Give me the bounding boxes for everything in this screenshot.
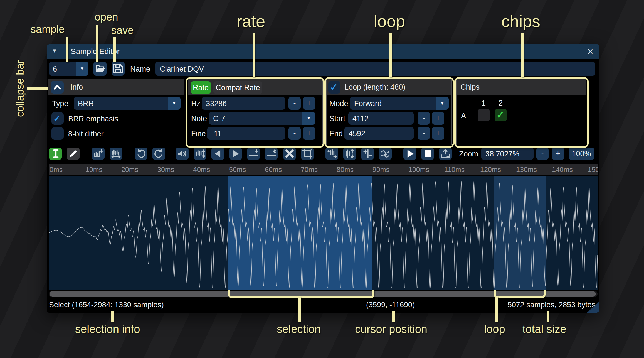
toolbar-apply-silence-button[interactable] xyxy=(265,148,278,160)
toolbar-preview-stop-button[interactable] xyxy=(421,148,434,160)
loop-enable-checkbox[interactable] xyxy=(328,81,340,94)
loop-start-value: 4112 xyxy=(352,114,369,123)
loop-start-input[interactable]: 4112 xyxy=(348,112,414,125)
loop-end-value: 4592 xyxy=(349,129,365,138)
loop-start-increase-button[interactable]: + xyxy=(432,112,444,125)
status-selection-info: Select (1654-2984: 1330 samples) xyxy=(49,301,164,309)
zoom-value-input[interactable]: 38.7027% xyxy=(481,148,534,160)
note-dropdown[interactable]: C-7 ▼ xyxy=(209,112,315,125)
loop-header-label: Loop (length: 480) xyxy=(344,83,405,92)
annotation-line-loop-bottom xyxy=(495,296,498,322)
sample-editor-window: ▼ Sample Editor × 6 ▼ Name Clarinet DQV xyxy=(47,44,599,313)
waveform-canvas[interactable] xyxy=(49,176,598,290)
loop-end-decrease-button[interactable]: - xyxy=(418,127,430,140)
toolbar-resample-button[interactable] xyxy=(110,148,122,160)
toolbar-undo-button[interactable] xyxy=(135,148,147,160)
type-label: Type xyxy=(52,99,68,108)
sample-select-dropdown[interactable]: 6 ▼ xyxy=(49,62,88,76)
annotation-line-loop xyxy=(389,33,392,77)
hz-increase-button[interactable]: + xyxy=(303,97,315,110)
info-panel: Info Type BRR ▼ BRR emphasis 8-bit dithe… xyxy=(48,79,184,145)
loop-mode-value: Forward xyxy=(354,99,382,108)
chevron-up-icon xyxy=(51,81,64,94)
create-wavetable-icon xyxy=(440,148,451,159)
save-sample-button[interactable] xyxy=(112,62,125,76)
ruler-label: 30ms xyxy=(157,166,174,174)
ruler-label: 80ms xyxy=(337,166,354,174)
hz-decrease-button[interactable]: - xyxy=(288,97,301,110)
toolbar-resize-button[interactable] xyxy=(92,148,105,160)
toolbar-invert-button[interactable] xyxy=(343,148,356,160)
ruler-label: 50ms xyxy=(229,166,246,174)
chevron-down-icon[interactable]: ▼ xyxy=(168,97,181,110)
loop-end-increase-button[interactable]: + xyxy=(432,127,444,140)
window-titlebar[interactable]: ▼ Sample Editor × xyxy=(47,44,599,59)
window-collapse-icon[interactable]: ▼ xyxy=(52,48,57,54)
loop-mode-dropdown[interactable]: Forward ▼ xyxy=(350,97,449,110)
annotation-loop: loop xyxy=(374,12,405,31)
ruler-label: 10ms xyxy=(85,166,102,174)
toolbar-preview-play-button[interactable] xyxy=(403,148,416,160)
loop-mode-label: Mode xyxy=(329,99,348,108)
toolbar-reverse-button[interactable] xyxy=(325,148,338,160)
sample-name-input[interactable]: Clarinet DQV xyxy=(155,62,595,76)
toolbar-edit-mode-draw-button[interactable] xyxy=(67,148,80,160)
chevron-down-icon[interactable]: ▼ xyxy=(76,62,88,76)
toolbar-normalize-button[interactable] xyxy=(194,148,206,160)
apply-filter-icon xyxy=(380,148,391,159)
normalize-icon xyxy=(194,148,206,159)
chip-1-checkbox[interactable] xyxy=(478,109,490,121)
close-icon[interactable]: × xyxy=(587,45,593,58)
zoom-in-button[interactable]: + xyxy=(552,148,564,160)
zoom-out-button[interactable]: - xyxy=(536,148,549,160)
chevron-down-icon[interactable]: ▼ xyxy=(436,97,449,110)
fine-input[interactable]: -11 xyxy=(207,127,285,140)
save-floppy-icon xyxy=(112,62,125,76)
toolbar-redo-button[interactable] xyxy=(152,148,165,160)
tab-rate[interactable]: Rate xyxy=(191,81,211,94)
fine-decrease-button[interactable]: - xyxy=(288,127,301,140)
fade-in-icon xyxy=(212,148,223,159)
window-resize-grip[interactable] xyxy=(587,301,599,313)
toolbar-signed-unsigned-button[interactable] xyxy=(361,148,374,160)
toolbar-fade-out-button[interactable] xyxy=(229,148,242,160)
annotation-loop-bottom: loop xyxy=(484,323,505,335)
loop-start-decrease-button[interactable]: - xyxy=(418,112,430,125)
toolbar-delete-button[interactable] xyxy=(283,148,296,160)
brr-emphasis-checkbox[interactable] xyxy=(51,112,64,125)
fine-increase-button[interactable]: + xyxy=(303,127,315,140)
chevron-down-icon[interactable]: ▼ xyxy=(302,112,315,125)
info-panel-header: Info xyxy=(48,79,184,95)
zoom-reset-button[interactable]: 100% xyxy=(569,148,594,160)
toolbar-insert-silence-button[interactable] xyxy=(247,148,260,160)
ruler-label: 0ms xyxy=(50,166,63,174)
sample-name-value: Clarinet DQV xyxy=(160,65,204,73)
ruler-label: 140ms xyxy=(552,166,573,174)
amplify-icon xyxy=(177,148,188,159)
open-sample-button[interactable] xyxy=(93,62,107,76)
toolbar-trim-button[interactable] xyxy=(301,148,314,160)
collapse-info-button[interactable] xyxy=(51,81,64,94)
tab-compat-rate[interactable]: Compat Rate xyxy=(213,81,262,94)
toolbar-edit-mode-select-button[interactable] xyxy=(49,148,62,160)
toolbar-amplify-button[interactable] xyxy=(176,148,189,160)
hz-input[interactable]: 33286 xyxy=(202,97,285,110)
dither-checkbox[interactable] xyxy=(51,127,64,140)
toolbar-create-wavetable-button[interactable] xyxy=(439,148,452,160)
loop-end-input[interactable]: 4592 xyxy=(344,127,414,140)
type-value: BRR xyxy=(78,99,94,108)
reverse-icon xyxy=(326,148,337,159)
toolbar-apply-filter-button[interactable] xyxy=(379,148,392,160)
annotation-chips: chips xyxy=(501,12,540,31)
tab-compat-rate-label: Compat Rate xyxy=(213,84,262,92)
time-ruler[interactable]: 0ms10ms20ms30ms40ms50ms60ms70ms80ms90ms1… xyxy=(49,164,598,175)
fade-out-icon xyxy=(230,148,241,159)
screenshot-stage: ▼ Sample Editor × 6 ▼ Name Clarinet DQV xyxy=(0,0,644,358)
chips-panel: Chips 1 2 A xyxy=(456,79,586,145)
toolbar-fade-in-button[interactable] xyxy=(211,148,224,160)
waveform-display[interactable] xyxy=(49,176,598,290)
chip-2-checkbox[interactable] xyxy=(495,109,507,121)
type-dropdown[interactable]: BRR ▼ xyxy=(74,97,181,110)
annotation-line-cursor-position xyxy=(392,311,395,322)
annotation-sample: sample xyxy=(31,23,65,35)
